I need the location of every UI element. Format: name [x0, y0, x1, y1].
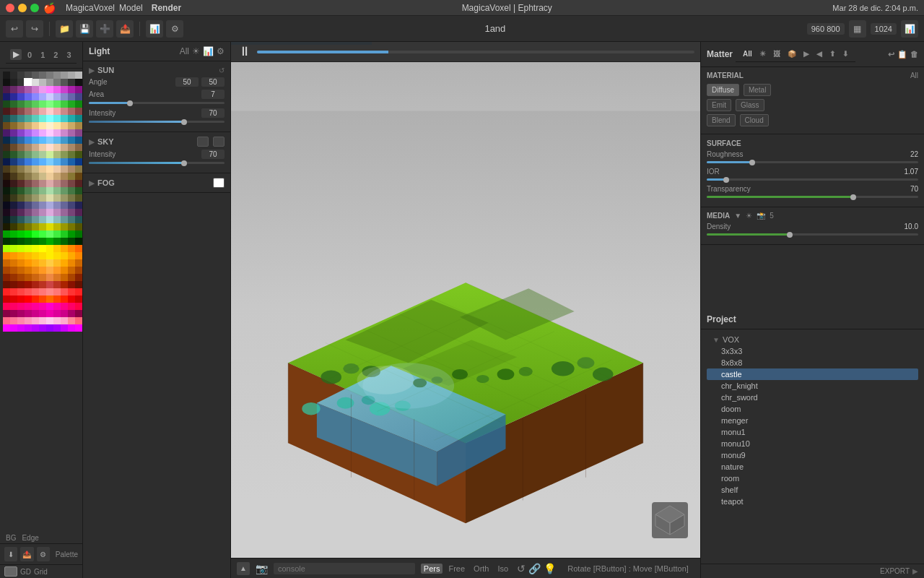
color-cell-29-2[interactable]: [17, 281, 25, 288]
color-cell-24-8[interactable]: [61, 245, 68, 252]
transparency-thumb[interactable]: [850, 194, 856, 200]
color-cell-15-5[interactable]: [39, 180, 46, 187]
color-cell-17-3[interactable]: [25, 194, 32, 202]
menu-model[interactable]: Model: [119, 3, 143, 13]
color-cell-16-10[interactable]: [75, 187, 82, 194]
export-label[interactable]: EXPORT: [880, 567, 910, 575]
color-cell-6-4[interactable]: [32, 115, 39, 122]
color-cell-7-8[interactable]: [61, 122, 68, 129]
color-cell-15-8[interactable]: [61, 180, 68, 187]
color-cell-21-6[interactable]: [46, 223, 53, 230]
metal-button[interactable]: Metal: [744, 84, 771, 96]
color-cell-35-2[interactable]: [17, 324, 25, 332]
color-cell-29-3[interactable]: [25, 281, 32, 288]
color-cell-34-3[interactable]: [25, 317, 32, 324]
color-cell-2-8[interactable]: [61, 86, 68, 93]
color-cell-13-4[interactable]: [32, 165, 39, 173]
palette-tab-0[interactable]: 0: [25, 50, 35, 60]
color-cell-16-8[interactable]: [61, 187, 68, 194]
color-cell-27-1[interactable]: [10, 267, 17, 274]
matter-tab-l[interactable]: ◀: [814, 49, 825, 59]
color-cell-4-3[interactable]: [25, 100, 32, 108]
color-cell-13-2[interactable]: [17, 165, 25, 173]
tree-item-chr_knight[interactable]: chr_knight: [707, 380, 918, 392]
color-cell-21-10[interactable]: [75, 223, 82, 230]
tree-item-nature[interactable]: nature: [707, 461, 918, 473]
tree-item-chr_sword[interactable]: chr_sword: [707, 392, 918, 403]
color-cell-6-2[interactable]: [17, 115, 25, 122]
color-cell-18-3[interactable]: [25, 202, 32, 209]
density-track[interactable]: [707, 233, 918, 236]
color-cell-14-1[interactable]: [10, 173, 17, 180]
color-cell-31-10[interactable]: [75, 296, 82, 303]
color-cell-27-10[interactable]: [75, 267, 82, 274]
color-cell-22-3[interactable]: [25, 230, 32, 238]
color-cell-4-10[interactable]: [75, 100, 82, 108]
color-cell-10-2[interactable]: [17, 144, 25, 151]
color-cell-9-8[interactable]: [61, 137, 68, 144]
color-cell-32-10[interactable]: [75, 303, 82, 310]
color-cell-32-4[interactable]: [32, 303, 39, 310]
matter-tab-r[interactable]: ▶: [801, 49, 812, 59]
color-cell-20-1[interactable]: [10, 216, 17, 223]
color-cell-0-3[interactable]: [25, 72, 32, 79]
color-cell-7-5[interactable]: [39, 122, 46, 129]
color-cell-11-0[interactable]: [3, 151, 10, 158]
color-cell-25-1[interactable]: [10, 252, 17, 259]
color-cell-22-0[interactable]: [3, 230, 10, 238]
color-cell-10-6[interactable]: [46, 144, 53, 151]
ior-thumb[interactable]: [723, 177, 729, 183]
color-cell-2-5[interactable]: [39, 86, 46, 93]
color-cell-27-6[interactable]: [46, 267, 53, 274]
color-cell-30-10[interactable]: [75, 288, 82, 296]
color-cell-29-5[interactable]: [39, 281, 46, 288]
color-cell-32-1[interactable]: [10, 303, 17, 310]
tree-item-monu9[interactable]: monu9: [707, 449, 918, 461]
color-cell-27-5[interactable]: [39, 267, 46, 274]
color-cell-26-8[interactable]: [61, 259, 68, 267]
color-cell-31-4[interactable]: [32, 296, 39, 303]
color-cell-6-5[interactable]: [39, 115, 46, 122]
color-cell-1-10[interactable]: [75, 79, 82, 86]
color-cell-28-2[interactable]: [17, 274, 25, 281]
color-cell-15-3[interactable]: [25, 180, 32, 187]
area-slider-track[interactable]: [89, 102, 225, 104]
color-cell-35-6[interactable]: [46, 324, 53, 332]
color-cell-0-5[interactable]: [39, 72, 46, 79]
color-cell-26-4[interactable]: [32, 259, 39, 267]
color-cell-24-2[interactable]: [17, 245, 25, 252]
color-cell-9-7[interactable]: [53, 137, 61, 144]
color-cell-22-9[interactable]: [68, 230, 75, 238]
color-cell-23-0[interactable]: [3, 238, 10, 245]
color-cell-15-10[interactable]: [75, 180, 82, 187]
color-cell-15-2[interactable]: [17, 180, 25, 187]
color-cell-28-4[interactable]: [32, 274, 39, 281]
color-cell-5-1[interactable]: [10, 108, 17, 115]
color-cell-19-0[interactable]: [3, 209, 10, 216]
glass-button[interactable]: Glass: [736, 99, 764, 111]
color-cell-0-1[interactable]: [10, 72, 17, 79]
color-cell-4-4[interactable]: [32, 100, 39, 108]
color-cell-28-3[interactable]: [25, 274, 32, 281]
color-cell-16-9[interactable]: [68, 187, 75, 194]
minimize-button[interactable]: [18, 4, 27, 12]
color-cell-2-0[interactable]: [3, 86, 10, 93]
color-cell-33-8[interactable]: [61, 310, 68, 317]
color-cell-11-7[interactable]: [53, 151, 61, 158]
color-cell-0-7[interactable]: [53, 72, 61, 79]
color-cell-16-3[interactable]: [25, 187, 32, 194]
color-cell-14-10[interactable]: [75, 173, 82, 180]
color-cell-18-8[interactable]: [61, 202, 68, 209]
palette-settings-button[interactable]: ⚙: [37, 547, 50, 561]
color-cell-9-0[interactable]: [3, 137, 10, 144]
tree-item-shelf[interactable]: shelf: [707, 484, 918, 496]
color-cell-22-4[interactable]: [32, 230, 39, 238]
color-cell-5-0[interactable]: [3, 108, 10, 115]
color-cell-14-5[interactable]: [39, 173, 46, 180]
color-cell-5-4[interactable]: [32, 108, 39, 115]
color-cell-35-4[interactable]: [32, 324, 39, 332]
color-cell-25-7[interactable]: [53, 252, 61, 259]
color-cell-1-5[interactable]: [39, 79, 46, 86]
color-cell-14-4[interactable]: [32, 173, 39, 180]
color-cell-8-5[interactable]: [39, 129, 46, 137]
